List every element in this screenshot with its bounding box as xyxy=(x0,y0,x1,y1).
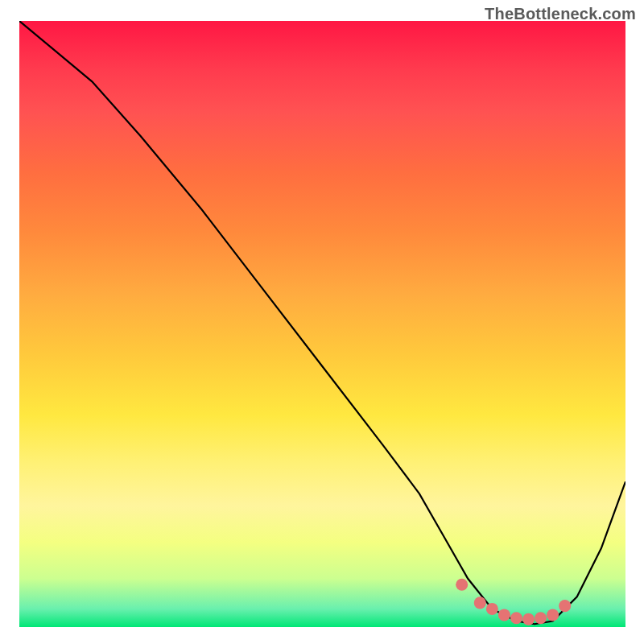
optimal-marker xyxy=(547,609,559,621)
optimal-marker xyxy=(498,609,510,621)
plot-area xyxy=(19,21,625,627)
optimal-marker xyxy=(535,612,547,624)
optimal-marker xyxy=(486,603,498,615)
optimal-marker xyxy=(510,612,522,624)
bottleneck-curve xyxy=(19,21,625,624)
optimal-marker xyxy=(474,597,486,609)
attribution-label: TheBottleneck.com xyxy=(485,5,636,23)
optimal-marker xyxy=(559,600,571,612)
optimal-marker xyxy=(456,579,468,591)
optimal-marker xyxy=(522,613,535,625)
chart-container: TheBottleneck.com xyxy=(0,0,644,644)
chart-overlay xyxy=(19,21,625,627)
